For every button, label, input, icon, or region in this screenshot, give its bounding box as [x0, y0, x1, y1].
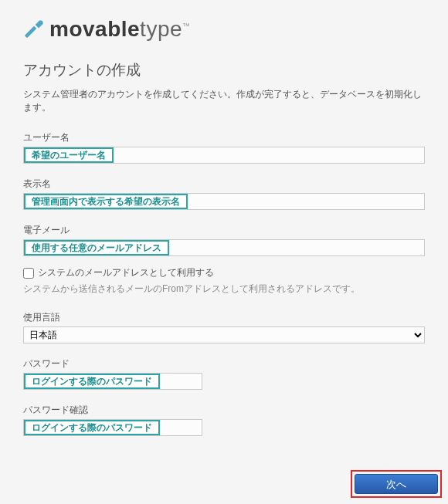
- field-password-confirm: パスワード確認 ログインする際のパスワード: [23, 404, 425, 436]
- page-description: システム管理者のアカウントを作成してください。作成が完了すると、データベースを初…: [23, 88, 425, 114]
- system-email-checkbox-label: システムのメールアドレスとして利用する: [38, 266, 214, 279]
- wrench-icon: [23, 18, 45, 42]
- logo-text-bold: movable: [49, 17, 140, 41]
- next-button-highlight: 次へ: [351, 470, 442, 498]
- app-logo: movabletype™: [23, 17, 425, 42]
- password-input[interactable]: [23, 373, 202, 390]
- password-label: パスワード: [23, 357, 425, 370]
- field-email: 電子メール 使用する任意のメールアドレス: [23, 224, 425, 256]
- field-displayname: 表示名 管理画面内で表示する希望の表示名: [23, 178, 425, 210]
- trademark-icon: ™: [182, 22, 191, 30]
- displayname-label: 表示名: [23, 178, 425, 191]
- password-confirm-label: パスワード確認: [23, 404, 425, 417]
- username-input[interactable]: [23, 147, 425, 164]
- page-title: アカウントの作成: [23, 60, 425, 80]
- system-email-help-text: システムから送信されるメールのFromアドレスとして利用されるアドレスです。: [23, 282, 425, 296]
- language-select[interactable]: 日本語: [23, 326, 425, 343]
- language-label: 使用言語: [23, 311, 425, 324]
- logo-text: movabletype™: [49, 17, 191, 42]
- next-button[interactable]: 次へ: [355, 474, 438, 494]
- username-label: ユーザー名: [23, 131, 425, 144]
- password-confirm-input[interactable]: [23, 419, 202, 436]
- system-email-checkbox-row: システムのメールアドレスとして利用する: [23, 266, 425, 279]
- displayname-input[interactable]: [23, 193, 425, 210]
- field-username: ユーザー名 希望のユーザー名: [23, 131, 425, 164]
- field-language: 使用言語 日本語: [23, 311, 425, 343]
- logo-text-light: type: [140, 17, 182, 41]
- email-input[interactable]: [23, 239, 425, 256]
- footer-actions: 次へ: [351, 470, 442, 498]
- email-label: 電子メール: [23, 224, 425, 237]
- field-password: パスワード ログインする際のパスワード: [23, 357, 425, 390]
- system-email-checkbox[interactable]: [23, 268, 34, 279]
